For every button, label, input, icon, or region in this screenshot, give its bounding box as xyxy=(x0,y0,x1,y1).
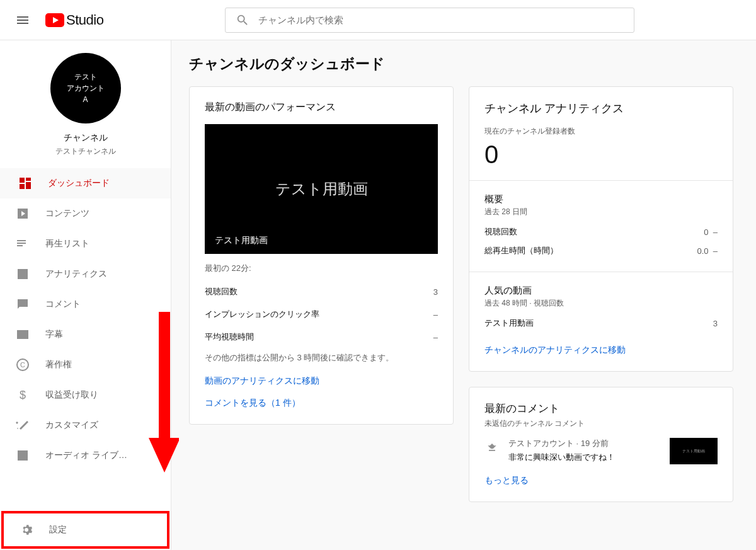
channel-analytics-link[interactable]: チャンネルのアナリティクスに移動 xyxy=(484,345,626,355)
card-title: チャンネル アナリティクス xyxy=(484,101,718,116)
sidebar-item-customize[interactable]: カスタマイズ xyxy=(0,410,171,440)
metric-value: 3 xyxy=(433,287,438,297)
metric-label: 平均視聴時間 xyxy=(205,331,254,343)
sidebar-item-label: 収益受け取り xyxy=(45,389,156,401)
sidebar-item-analytics[interactable]: アナリティクス xyxy=(0,259,171,289)
monetization-icon: $ xyxy=(15,387,30,403)
sidebar-item-label: アナリティクス xyxy=(45,268,156,280)
gear-icon xyxy=(19,522,34,537)
latest-video-card: 最新の動画のパフォーマンス テスト用動画 テスト用動画 最初の 22分: 視聴回… xyxy=(189,86,454,425)
metrics-footnote: その他の指標は公開から 3 時間後に確認できます。 xyxy=(205,352,438,364)
popular-period: 過去 48 時間 · 視聴回数 xyxy=(484,298,718,309)
view-comments-link[interactable]: コメントを見る（1 件） xyxy=(205,398,301,408)
stat-label: 視聴回数 xyxy=(484,226,517,238)
sidebar-item-label: コメント xyxy=(45,299,156,310)
metric-row: 視聴回数 3 xyxy=(205,280,438,303)
overview-period: 過去 28 日間 xyxy=(484,207,718,217)
search-box[interactable] xyxy=(225,8,634,33)
channel-avatar[interactable]: テスト アカウント A xyxy=(50,53,121,123)
sidebar-item-label: オーディオ ライブ… xyxy=(45,450,156,461)
comment-body: テストアカウント · 19 分前 非常に興味深い動画ですね！ xyxy=(508,438,661,463)
playlist-icon xyxy=(15,236,30,251)
logo-text: Studio xyxy=(66,12,103,28)
settings-highlight: 設定 xyxy=(1,511,169,549)
comments-sub: 未返信のチャンネル コメント xyxy=(484,418,718,429)
video-analytics-link[interactable]: 動画のアナリティクスに移動 xyxy=(205,375,319,386)
svg-text:$: $ xyxy=(20,389,26,401)
sidebar-item-playlists[interactable]: 再生リスト xyxy=(0,229,171,259)
metric-label: インプレッションのクリック率 xyxy=(205,309,319,320)
sidebar-item-copyright[interactable]: C 著作権 xyxy=(0,350,171,380)
analytics-icon xyxy=(15,266,30,282)
first-period-note: 最初の 22分: xyxy=(205,263,438,274)
audio-icon xyxy=(15,448,30,463)
youtube-play-icon xyxy=(45,13,64,27)
svg-marker-4 xyxy=(149,438,179,473)
metric-value: – xyxy=(433,333,438,342)
sidebar-item-subtitles[interactable]: 字幕 xyxy=(0,319,171,350)
comment-text: 非常に興味深い動画ですね！ xyxy=(508,452,661,463)
card-title: 最新のコメント xyxy=(484,401,718,416)
sidebar-item-dashboard[interactable]: ダッシュボード xyxy=(0,168,171,198)
studio-logo[interactable]: Studio xyxy=(45,12,103,28)
metric-label: 視聴回数 xyxy=(205,286,238,297)
sidebar-item-label: 著作権 xyxy=(45,359,156,370)
overview-label: 概要 xyxy=(484,193,718,205)
avatar-line3: A xyxy=(83,94,88,105)
customize-icon xyxy=(15,418,30,433)
subscriber-label: 現在のチャンネル登録者数 xyxy=(484,126,718,137)
channel-name: テストチャンネル xyxy=(55,146,116,157)
subscriber-count: 0 xyxy=(484,140,718,169)
sidebar-item-audio-library[interactable]: オーディオ ライブ… xyxy=(0,440,171,471)
annotation-arrow-icon xyxy=(147,312,179,476)
video-thumbnail[interactable]: テスト用動画 テスト用動画 xyxy=(205,124,438,254)
sidebar-item-monetization[interactable]: $ 収益受け取り xyxy=(0,380,171,410)
popular-label: 人気の動画 xyxy=(484,285,718,297)
metric-row: インプレッションのクリック率 – xyxy=(205,303,438,326)
metrics-table: 視聴回数 3 インプレッションのクリック率 – 平均視聴時間 – xyxy=(205,280,438,348)
channel-label: チャンネル xyxy=(64,132,108,144)
svg-text:C: C xyxy=(20,361,25,369)
sidebar-item-comments[interactable]: コメント xyxy=(0,289,171,319)
sidebar-item-settings[interactable]: 設定 xyxy=(4,513,167,546)
search-wrap xyxy=(113,8,746,33)
comment-item[interactable]: テストアカウント · 19 分前 非常に興味深い動画ですね！ テスト用動画 xyxy=(484,438,718,464)
svg-rect-3 xyxy=(159,312,170,441)
comment-icon xyxy=(15,297,30,312)
video-thumb-title: テスト用動画 xyxy=(215,235,268,246)
stat-row: 視聴回数 0 – xyxy=(484,222,718,241)
search-icon xyxy=(236,13,249,27)
stat-label: 総再生時間（時間） xyxy=(484,245,558,256)
comment-avatar-icon xyxy=(484,439,500,454)
header: Studio xyxy=(0,0,756,40)
sidebar: テスト アカウント A チャンネル テストチャンネル ダッシュボード コンテンツ xyxy=(0,40,171,550)
comment-thumb-label: テスト用動画 xyxy=(682,449,705,454)
hamburger-icon xyxy=(15,13,30,28)
sidebar-item-label: コンテンツ xyxy=(45,208,156,219)
sidebar-item-label: 設定 xyxy=(49,524,152,536)
content-icon xyxy=(15,206,30,221)
metric-row: 平均視聴時間 – xyxy=(205,326,438,348)
sidebar-item-label: カスタマイズ xyxy=(45,420,156,431)
metric-value: – xyxy=(433,310,438,319)
search-input[interactable] xyxy=(258,14,624,25)
channel-block: テスト アカウント A チャンネル テストチャンネル xyxy=(0,40,171,168)
channel-analytics-card: チャンネル アナリティクス 現在のチャンネル登録者数 0 概要 過去 28 日間… xyxy=(469,86,733,372)
sidebar-item-content[interactable]: コンテンツ xyxy=(0,198,171,229)
sidebar-item-label: 再生リスト xyxy=(45,238,156,249)
comments-more-link[interactable]: もっと見る xyxy=(484,475,529,485)
subtitles-icon xyxy=(15,327,30,342)
menu-button[interactable] xyxy=(10,8,35,33)
stat-value: 0 – xyxy=(704,227,718,237)
nav: ダッシュボード コンテンツ 再生リスト アナリティクス xyxy=(0,168,171,510)
sidebar-item-label: ダッシュボード xyxy=(48,178,156,189)
avatar-line1: テスト xyxy=(74,71,97,83)
comment-thumbnail[interactable]: テスト用動画 xyxy=(670,438,718,464)
main: チャンネルのダッシュボード 最新の動画のパフォーマンス テスト用動画 テスト用動… xyxy=(171,40,756,550)
avatar-line2: アカウント xyxy=(67,83,105,94)
stat-value: 0.0 – xyxy=(697,246,718,256)
dashboard-icon xyxy=(18,176,33,191)
page-title: チャンネルのダッシュボード xyxy=(189,54,738,74)
popular-video-title: テスト用動画 xyxy=(484,318,534,329)
card-title: 最新の動画のパフォーマンス xyxy=(205,101,438,114)
